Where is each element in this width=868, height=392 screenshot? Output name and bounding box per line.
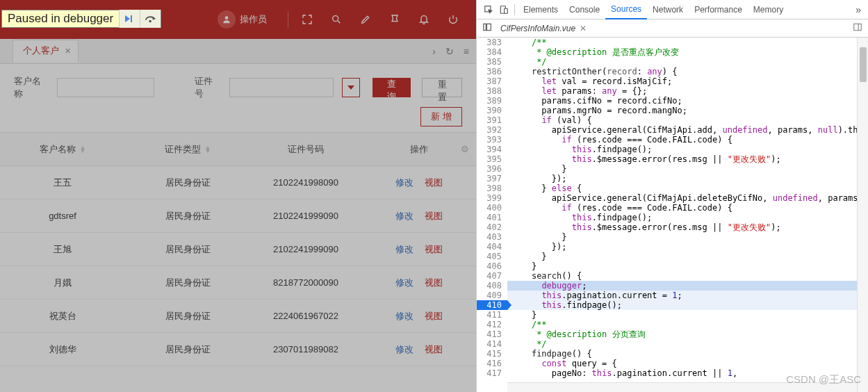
svg-rect-6 [505,8,508,13]
devtools-tab-elements[interactable]: Elements [518,0,564,19]
operator-label: 操作员 [240,13,267,26]
devtools-tab-network[interactable]: Network [647,0,689,19]
cell-name: 王旭 [0,243,125,256]
add-button[interactable]: 新 增 [420,107,462,126]
cell-type: 居民身份证 [125,310,250,322]
edit-link[interactable]: 修改 [395,177,413,188]
resume-button[interactable] [119,10,140,28]
debugger-panel-icon[interactable] [850,22,865,34]
svg-rect-7 [484,24,486,30]
power-icon[interactable] [443,9,464,30]
name-label: 客户名称 [14,75,47,100]
app-pane: Paused in debugger 操作员 个人客户 ✕ [0,0,476,392]
view-link[interactable]: 视图 [425,344,443,354]
debugger-paused-bar: Paused in debugger [1,10,161,28]
svg-rect-9 [854,24,862,30]
tab-strip: 个人客户 ✕ › ↻ ≡ [0,39,476,64]
cell-type: 居民身份证 [125,210,250,222]
col-type[interactable]: 证件类型 [165,143,201,156]
device-icon[interactable] [496,5,511,15]
dropdown-toggle[interactable] [342,78,360,97]
cell-actions: 修改视图 [361,277,476,289]
cell-name: 刘德华 [0,343,125,356]
devtools-tab-console[interactable]: Console [564,0,605,19]
cell-actions: 修改视图 [361,210,476,222]
cell-type: 居民身份证 [125,343,250,356]
tab-menu-icon[interactable]: ≡ [464,46,469,57]
view-link[interactable]: 视图 [425,211,443,221]
cell-name: 王五 [0,177,125,189]
view-link[interactable]: 视图 [425,311,443,321]
devtools-tabs: ElementsConsoleSourcesNetworkPerformance… [477,0,868,19]
edit-link[interactable]: 修改 [395,344,413,354]
table-header: 客户名称▲▼ 证件类型▲▼ 证件号码 操作 ⚙ [0,133,476,166]
fullscreen-icon[interactable] [297,9,318,30]
svg-point-1 [149,20,152,23]
search-header-icon[interactable] [326,9,347,30]
cell-idno: 2307011989082 [250,344,361,354]
devtools-tab-sources[interactable]: Sources [605,0,647,19]
devtools-tab-performance[interactable]: Performance [689,0,748,19]
col-idno: 证件号码 [288,144,324,154]
file-tab-close-icon[interactable]: ✕ [580,24,587,33]
cell-type: 居民身份证 [125,277,250,289]
view-link[interactable]: 视图 [425,177,443,188]
theme-icon[interactable] [384,9,405,30]
inspect-icon[interactable] [481,5,496,15]
col-name[interactable]: 客户名称 [40,143,76,156]
edit-header-icon[interactable] [355,9,376,30]
cell-name: gdtsref [0,211,125,221]
navigator-icon[interactable] [480,22,495,34]
svg-point-2 [225,16,229,19]
scroll-thumb[interactable] [860,47,867,82]
col-action: 操作 [410,144,428,154]
customer-name-input[interactable] [57,78,154,97]
devtools-tab-memory[interactable]: Memory [748,0,789,19]
cell-name: 祝英台 [0,310,125,322]
table-row: 王五居民身份证2102241998090修改视图 [0,166,476,199]
svg-rect-0 [131,15,132,22]
view-link[interactable]: 视图 [425,244,443,254]
code-content[interactable]: /** * @description 是否重点客户改变 */ restrictO… [507,38,868,392]
avatar[interactable] [218,10,236,28]
cell-actions: 修改视图 [361,243,476,256]
line-number-gutter[interactable]: 3833843853863873883893903913923933943953… [477,38,507,392]
search-form: 客户名称 证件号 查 询 重 置 [0,64,476,107]
edit-link[interactable]: 修改 [395,211,413,221]
sort-icon[interactable]: ▲▼ [80,146,86,153]
cert-no-input[interactable] [229,78,334,97]
file-tab-cifpersinfomain[interactable]: CifPersInfoMain.vue ✕ [495,19,592,38]
table-row: 刘德华居民身份证2307011989082修改视图 [0,333,476,366]
tab-close-icon[interactable]: ✕ [65,47,71,56]
tab-label: 个人客户 [23,44,59,57]
reset-button[interactable]: 重 置 [422,78,462,97]
edit-link[interactable]: 修改 [395,244,413,254]
step-over-button[interactable] [140,10,161,28]
bell-icon[interactable] [413,9,434,30]
horizontal-scrollbar[interactable] [507,382,857,392]
cell-actions: 修改视图 [361,343,476,356]
table-row: 月娥居民身份证8218772000090修改视图 [0,266,476,300]
table-settings-icon[interactable]: ⚙ [461,144,469,154]
edit-link[interactable]: 修改 [395,277,413,288]
cell-actions: 修改视图 [361,177,476,189]
table-row: 祝英台居民身份证2224061967022修改视图 [0,300,476,333]
vertical-scrollbar[interactable] [857,38,868,392]
cell-idno: 2224061967022 [250,311,361,321]
cell-idno: 2102241999090 [250,211,361,221]
paused-label: Paused in debugger [2,12,119,26]
view-link[interactable]: 视图 [425,277,443,288]
tab-nav-right-icon[interactable]: › [432,46,436,57]
devtools-pane: ElementsConsoleSourcesNetworkPerformance… [476,0,868,392]
cell-actions: 修改视图 [361,310,476,322]
svg-point-3 [333,16,338,22]
sort-icon[interactable]: ▲▼ [205,146,211,153]
more-tabs-icon[interactable]: » [853,4,864,15]
source-code[interactable]: 3833843853863873883893903913923933943953… [477,38,868,392]
query-button[interactable]: 查 询 [372,78,411,97]
tab-personal-customer[interactable]: 个人客户 ✕ [13,40,79,63]
table-row: gdtsref居民身份证2102241999090修改视图 [0,199,476,233]
customer-table: 客户名称▲▼ 证件类型▲▼ 证件号码 操作 ⚙ 王五居民身份证210224199… [0,132,476,366]
edit-link[interactable]: 修改 [395,311,413,321]
tab-refresh-icon[interactable]: ↻ [445,46,454,57]
